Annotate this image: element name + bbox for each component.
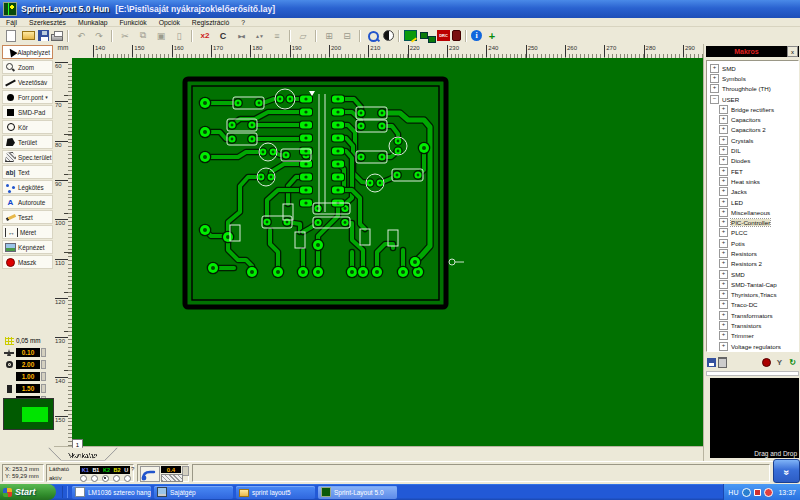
menu-item[interactable]: Szerkesztés bbox=[23, 19, 72, 26]
tray-icon-2[interactable] bbox=[754, 489, 761, 496]
layer-radio[interactable] bbox=[91, 475, 98, 482]
taskbar-button-sajatgep[interactable]: Sajátgép bbox=[154, 486, 233, 499]
mirror-horizontal-icon[interactable]: ▶◀ bbox=[233, 29, 249, 43]
expand-icon[interactable]: + bbox=[719, 136, 728, 145]
macro-tree-item[interactable]: + Potis bbox=[707, 238, 798, 248]
macro-tree-item[interactable]: + SMD-Tantal-Cap bbox=[707, 279, 798, 289]
contrast-icon[interactable] bbox=[383, 30, 394, 41]
tray-icon-3[interactable] bbox=[764, 488, 773, 497]
board-view-icon[interactable] bbox=[404, 30, 417, 41]
duplicate-icon[interactable]: x2 bbox=[197, 29, 213, 43]
tool-forrpont[interactable]: Forr.pont ▾ bbox=[2, 90, 53, 104]
macro-tree-item[interactable]: + Heat sinks bbox=[707, 176, 798, 186]
macro-tree-item[interactable]: + SMD bbox=[707, 269, 798, 279]
track-width-status[interactable]: 0.4 bbox=[161, 466, 181, 473]
tool-spec-terulet[interactable]: Spec.terület bbox=[2, 150, 53, 164]
macro-tree-item[interactable]: + Transformators bbox=[707, 310, 798, 320]
component-icon[interactable] bbox=[452, 30, 461, 41]
fill-pattern[interactable] bbox=[161, 474, 183, 482]
layer-button[interactable]: U bbox=[124, 467, 128, 473]
macro-branch-icon[interactable]: Y bbox=[774, 357, 785, 368]
separator[interactable] bbox=[315, 30, 317, 42]
tool-teszt[interactable]: Teszt bbox=[2, 210, 53, 224]
expand-icon[interactable]: + bbox=[710, 64, 719, 73]
redo-icon[interactable]: ↷ bbox=[91, 29, 107, 43]
expand-icon[interactable]: + bbox=[710, 74, 719, 83]
components-icon[interactable] bbox=[419, 29, 435, 43]
copy-icon[interactable]: ⧉ bbox=[135, 29, 151, 43]
macro-tree-item[interactable]: + Bridge rectifiers bbox=[707, 104, 798, 114]
cut-icon[interactable]: ✂ bbox=[117, 29, 133, 43]
macro-tree-item[interactable]: + Resistors bbox=[707, 248, 798, 258]
separator[interactable] bbox=[465, 30, 467, 42]
expand-icon[interactable]: + bbox=[719, 239, 728, 248]
expand-icon[interactable]: − bbox=[710, 95, 719, 104]
separator[interactable] bbox=[289, 30, 291, 42]
macro-refresh-icon[interactable]: ↻ bbox=[787, 357, 798, 368]
macro-tree-item[interactable]: + Voltage regulators bbox=[707, 341, 798, 351]
taskbar-button-sprint-layout[interactable]: Sprint-Layout 5.0 bbox=[318, 486, 397, 499]
menu-item[interactable]: Fájl bbox=[0, 19, 23, 26]
menu-item[interactable]: Funkciók bbox=[113, 19, 152, 26]
separator[interactable] bbox=[67, 30, 69, 42]
spinner[interactable] bbox=[41, 372, 46, 381]
expand-icon[interactable]: + bbox=[710, 84, 719, 93]
layer-radio[interactable] bbox=[102, 475, 109, 482]
layer-button[interactable]: K1 bbox=[82, 467, 89, 473]
layer-radio[interactable] bbox=[113, 475, 120, 482]
tool-zoom[interactable]: Zoom bbox=[2, 60, 53, 74]
macro-save-icon[interactable] bbox=[707, 358, 716, 367]
macro-tree-item[interactable]: + Resistors 2 bbox=[707, 259, 798, 269]
expand-icon[interactable]: + bbox=[719, 270, 728, 279]
drc-icon[interactable]: DRC bbox=[437, 30, 450, 41]
expand-icon[interactable]: + bbox=[719, 280, 728, 289]
layers-help[interactable]: ? bbox=[131, 466, 134, 472]
pcb-canvas[interactable] bbox=[72, 58, 703, 446]
taskbar-button-folder[interactable]: sprint layout5 bbox=[236, 486, 315, 499]
board-flip-icon[interactable]: ▱ bbox=[295, 29, 311, 43]
new-file-icon[interactable] bbox=[6, 30, 16, 42]
layer-button[interactable]: K2 bbox=[103, 467, 110, 473]
macro-tree-item[interactable]: + Capacitors bbox=[707, 114, 798, 124]
macro-tree-item[interactable]: + Symbols bbox=[707, 73, 798, 83]
macro-tree-item[interactable]: + PIC-Controller bbox=[707, 217, 798, 227]
tool-terulet[interactable]: Terület bbox=[2, 135, 53, 149]
separator[interactable] bbox=[111, 30, 113, 42]
align-icon[interactable]: ≡ bbox=[269, 29, 285, 43]
expand-icon[interactable]: + bbox=[719, 228, 728, 237]
start-button[interactable]: Start bbox=[0, 484, 56, 500]
macro-preview[interactable]: Drag and Drop bbox=[710, 378, 799, 458]
macro-tree-item[interactable]: + DIL bbox=[707, 145, 798, 155]
macro-tree-item[interactable]: + Capacitors 2 bbox=[707, 125, 798, 135]
macro-tree-item[interactable]: + Traco-DC bbox=[707, 300, 798, 310]
macro-tree-item[interactable]: + Miscellaneous bbox=[707, 207, 798, 217]
expand-icon[interactable]: + bbox=[719, 167, 728, 176]
info-icon[interactable]: i bbox=[471, 30, 482, 41]
layer-button[interactable]: B1 bbox=[92, 467, 99, 473]
expand-icon[interactable]: + bbox=[719, 218, 728, 227]
macro-tree-item[interactable]: + Crystals bbox=[707, 135, 798, 145]
macro-tree-item[interactable]: + Jacks bbox=[707, 187, 798, 197]
language-indicator[interactable]: HU bbox=[728, 489, 738, 496]
expand-icon[interactable]: + bbox=[719, 321, 728, 330]
grid-icon[interactable] bbox=[2, 336, 16, 345]
expand-icon[interactable]: + bbox=[719, 342, 728, 351]
zoom-icon[interactable] bbox=[365, 29, 381, 43]
macro-record-icon[interactable] bbox=[761, 357, 772, 368]
tool-alaphelyzet[interactable]: Alaphelyzet bbox=[2, 45, 53, 59]
close-icon[interactable]: x bbox=[787, 46, 798, 57]
expand-icon[interactable]: + bbox=[719, 249, 728, 258]
print-icon[interactable] bbox=[51, 34, 63, 41]
macro-tree-item[interactable]: + Thyristors,Triacs bbox=[707, 290, 798, 300]
tool-smd-pad[interactable]: SMD-Pad bbox=[2, 105, 53, 119]
expand-icon[interactable]: + bbox=[719, 125, 728, 134]
macro-delete-icon[interactable] bbox=[718, 357, 727, 368]
tool-legkotes[interactable]: Légkötés bbox=[2, 180, 53, 194]
paste-icon[interactable]: ▣ bbox=[153, 29, 169, 43]
expand-icon[interactable]: + bbox=[719, 146, 728, 155]
rotate-icon[interactable]: C bbox=[215, 29, 231, 43]
expand-icon[interactable]: + bbox=[719, 300, 728, 309]
layer-button[interactable]: B2 bbox=[114, 467, 121, 473]
menu-item[interactable]: Regisztráció bbox=[186, 19, 235, 26]
delete-icon[interactable]: ▯ bbox=[171, 29, 187, 43]
